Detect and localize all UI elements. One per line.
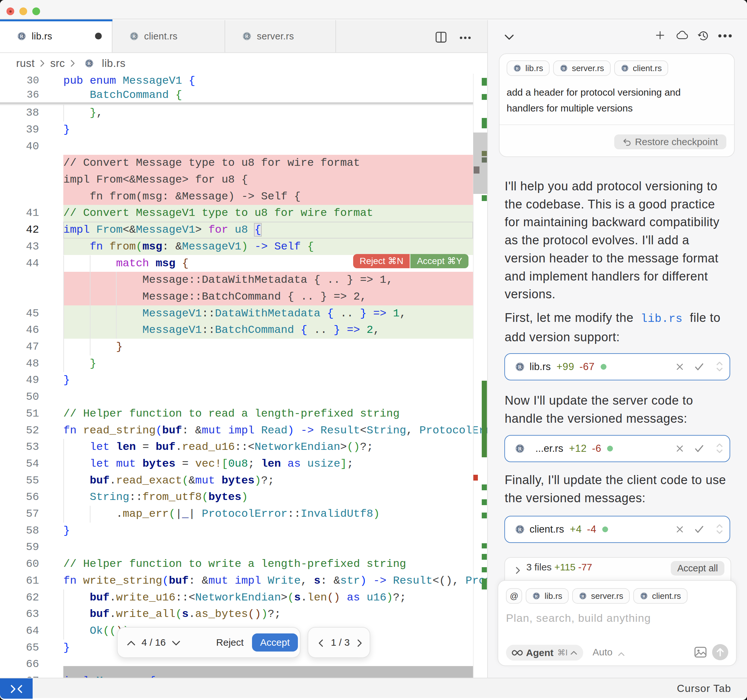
svg-text:R: R [582,594,585,598]
svg-text:R: R [562,66,566,71]
svg-text:R: R [20,33,23,39]
svg-text:R: R [642,594,646,598]
svg-text:R: R [518,446,522,452]
svg-text:R: R [88,61,91,66]
svg-text:R: R [518,527,522,532]
svg-text:R: R [245,33,248,39]
svg-text:R: R [518,364,522,370]
svg-text:R: R [132,33,136,39]
svg-text:R: R [516,66,519,71]
svg-text:R: R [623,66,626,71]
svg-text:R: R [535,594,538,598]
